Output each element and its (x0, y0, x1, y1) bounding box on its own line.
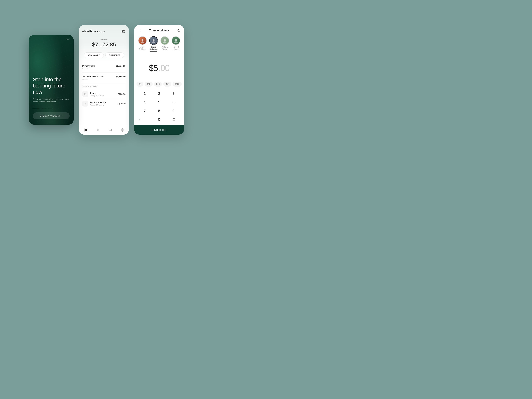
secondary-card-item: Secondary Debit Card $4,298.00 • 8633 (82, 72, 126, 83)
quick-5[interactable]: $5 (137, 82, 143, 87)
patrick-icon: ↓ (82, 101, 88, 107)
screen-transfer: ‹ Transfer Money AverySmithson (134, 25, 184, 135)
qr-icon[interactable] (121, 29, 126, 34)
key-5[interactable]: 5 (152, 98, 166, 107)
transactions-section: TRANSACTIONS ⬡ Figma Today, 12:30 pm −$1… (82, 83, 126, 110)
amount-decimal: .00 (158, 63, 169, 73)
dot-1 (33, 108, 39, 108)
svg-point-26 (163, 41, 166, 43)
add-money-button[interactable]: ADD MONEY (84, 52, 104, 58)
dashboard-top-row: Michelle Anderson › (82, 29, 126, 34)
nav-chat-icon[interactable] (108, 128, 113, 132)
svg-point-23 (153, 39, 155, 41)
card-amount: $2,874.85 (116, 65, 126, 67)
contact-avery[interactable]: AverySmithson (137, 36, 148, 51)
transfer-button[interactable]: TRANSFER (105, 52, 124, 58)
secondary-card-number: • 8633 (82, 78, 126, 80)
nav-home-icon[interactable] (83, 128, 88, 132)
bottom-navigation (79, 125, 129, 135)
selected-indicator (150, 51, 157, 51)
svg-rect-7 (124, 32, 124, 32)
search-button[interactable] (176, 28, 181, 33)
key-2[interactable]: 2 (152, 89, 166, 98)
svg-rect-8 (124, 32, 125, 32)
screen-onboarding: SKIP Step into the banking future now We… (29, 35, 74, 125)
key-1[interactable]: 1 (138, 89, 152, 98)
key-3[interactable]: 3 (166, 89, 181, 98)
contact-name-avery: AverySmithson (139, 46, 146, 50)
svg-rect-13 (84, 130, 85, 131)
key-backspace[interactable] (166, 115, 181, 124)
cursor (158, 63, 158, 71)
avatar-michael (171, 36, 180, 45)
svg-point-19 (177, 29, 179, 32)
quick-100[interactable]: $100 (173, 82, 182, 87)
amount-text: $5 .00 (149, 63, 169, 73)
quick-50[interactable]: $50 (163, 82, 171, 87)
svg-rect-9 (124, 32, 124, 33)
svg-point-28 (174, 41, 177, 43)
svg-rect-17 (109, 129, 111, 131)
svg-rect-3 (122, 30, 123, 31)
amount-display: $5 .00 (134, 54, 184, 82)
transaction-figma: ⬡ Figma Today, 12:30 pm −$120.00 (82, 89, 126, 99)
tx-date-figma: Today, 12:30 pm (90, 95, 114, 97)
contact-michael[interactable]: MichaelJohnson (171, 36, 181, 51)
svg-rect-4 (124, 30, 124, 31)
svg-rect-11 (84, 129, 85, 130)
dot-2 (41, 108, 45, 108)
dot-3 (48, 108, 52, 108)
send-button[interactable]: SEND $5.00 › (134, 125, 184, 135)
key-9[interactable]: 9 (166, 107, 181, 115)
key-8[interactable]: 8 (152, 107, 166, 115)
balance-label: Balance (82, 38, 126, 40)
tx-name-patrick: Patrick Smithson (90, 101, 116, 104)
transfer-header: ‹ Transfer Money (134, 25, 184, 35)
onboarding-subtitle: We will do everything but count coins. F… (33, 98, 70, 103)
card-row-2: Secondary Debit Card $4,298.00 (82, 75, 126, 78)
onboarding-headline: Step into the banking future now (33, 76, 70, 95)
figma-icon: ⬡ (82, 91, 88, 97)
open-account-button[interactable]: OPEN AN ACCOUNT › (33, 112, 70, 119)
transaction-patrick: ↓ Patrick Smithson Today, 12:30 pm +$20.… (82, 99, 126, 108)
svg-rect-14 (85, 130, 86, 131)
primary-card-item: Primary Card $2,874.85 • 7289 (82, 62, 126, 72)
tx-info-figma: Figma Today, 12:30 pm (90, 92, 114, 97)
send-arrow: › (167, 128, 167, 131)
card-number: • 7289 (82, 68, 126, 70)
svg-rect-10 (124, 32, 125, 33)
contacts-row: AverySmithson JamesAnderson (134, 35, 184, 54)
contact-james[interactable]: JamesAnderson (148, 36, 159, 51)
key-4[interactable]: 4 (138, 98, 152, 107)
contact-name-michael: MichaelJohnson (173, 46, 179, 50)
tx-amount-patrick: +$20.00 (118, 102, 126, 105)
svg-rect-12 (85, 129, 86, 130)
back-button[interactable]: ‹ (138, 28, 142, 33)
key-0[interactable]: 0 (152, 115, 166, 124)
quick-10[interactable]: $10 (145, 82, 153, 87)
amount-main: $5 (149, 63, 158, 73)
nav-circle-icon[interactable] (95, 128, 100, 132)
quick-20[interactable]: $20 (154, 82, 162, 87)
svg-point-22 (141, 41, 144, 43)
skip-button[interactable]: SKIP (66, 38, 70, 40)
progress-dots (33, 108, 70, 108)
svg-point-24 (152, 41, 155, 43)
card-name: Primary Card (82, 65, 95, 67)
tx-date-patrick: Today, 12:30 pm (90, 104, 116, 106)
avatar-avery (138, 36, 147, 45)
svg-point-16 (97, 130, 98, 131)
card-row: Primary Card $2,874.85 (82, 65, 126, 67)
key-7[interactable]: 7 (138, 107, 152, 115)
avatar-james (149, 36, 158, 45)
action-buttons: ADD MONEY TRANSFER (82, 50, 126, 59)
key-6[interactable]: 6 (166, 98, 181, 107)
screen-dashboard: Michelle Anderson › (79, 25, 129, 135)
tx-info-patrick: Patrick Smithson Today, 12:30 pm (90, 101, 116, 106)
contact-name-matthew: MatthewTaylor (162, 46, 168, 50)
nav-settings-icon[interactable] (120, 128, 125, 132)
key-dot[interactable]: · (138, 115, 141, 124)
avatar-matthew (160, 36, 169, 45)
send-label: SEND $5.00 (151, 128, 165, 131)
contact-matthew[interactable]: MatthewTaylor (159, 36, 170, 51)
